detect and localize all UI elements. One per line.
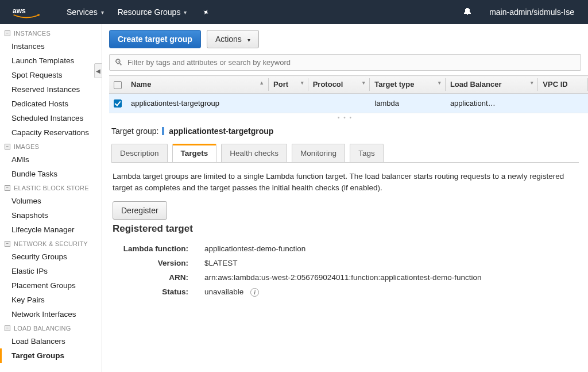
label-arn: ARN: (113, 273, 204, 282)
sidebar-collapse-handle[interactable]: ◀ (94, 63, 102, 78)
detail-title-value: applicationtest-targetgroup (169, 126, 273, 136)
sidebar: ◀ −INSTANCESInstancesLaunch TemplatesSpo… (0, 24, 102, 372)
cell-lb: applicationt… (446, 93, 538, 113)
nav-pin[interactable]: ✦ (194, 0, 216, 24)
value-lambda: applicationtest-demo-function (204, 244, 578, 253)
sidebar-item-elastic-ips[interactable]: Elastic IPs (0, 264, 102, 278)
filter-input[interactable] (127, 58, 576, 67)
search-icon: 🔍︎ (114, 57, 123, 67)
sidebar-item-bundle-tasks[interactable]: Bundle Tasks (0, 167, 102, 181)
sidebar-item-capacity-reservations[interactable]: Capacity Reservations (0, 125, 102, 140)
actions-button[interactable]: Actions ▾ (207, 30, 259, 48)
nav-group-header[interactable]: −LOAD BALANCING (0, 321, 102, 334)
sidebar-item-load-balancers[interactable]: Load Balancers (0, 334, 102, 348)
nav-resource-groups-label: Resource Groups (118, 7, 181, 17)
nav-group-header[interactable]: −ELASTIC BLOCK STORE (0, 181, 102, 194)
nav-services-label: Services (67, 7, 98, 17)
sidebar-item-spot-requests[interactable]: Spot Requests (0, 68, 102, 82)
chevron-down-icon: ▾ (184, 9, 187, 16)
row-checkbox[interactable] (114, 99, 122, 108)
detail-header: Target group: applicationtest-targetgrou… (102, 122, 588, 140)
col-checkbox[interactable] (109, 76, 126, 94)
info-text: Lambda target groups are limited to a si… (113, 171, 578, 193)
sidebar-item-network-interfaces[interactable]: Network Interfaces (0, 307, 102, 321)
nav-group-label: NETWORK & SECURITY (14, 240, 88, 247)
tab-monitoring[interactable]: Monitoring (292, 144, 345, 162)
field-status: Status: unavailable i (113, 285, 578, 300)
col-load-balancer[interactable]: Load Balancer▾ (446, 76, 538, 94)
pin-icon: ✦ (201, 6, 212, 18)
collapse-icon: − (5, 30, 10, 36)
value-version: $LATEST (204, 259, 578, 267)
sort-icon: ▾ (362, 80, 365, 86)
value-status: unavailable i (204, 287, 578, 297)
sidebar-item-key-pairs[interactable]: Key Pairs (0, 293, 102, 307)
sidebar-item-reserved-instances[interactable]: Reserved Instances (0, 82, 102, 97)
collapse-icon: − (5, 325, 10, 331)
tab-targets[interactable]: Targets (172, 144, 217, 162)
bell-icon[interactable]: 🔔︎ (463, 7, 472, 17)
filter-bar[interactable]: 🔍︎ (109, 54, 581, 71)
sidebar-item-security-groups[interactable]: Security Groups (0, 250, 102, 264)
collapse-icon: − (5, 144, 10, 149)
sidebar-item-lifecycle-manager[interactable]: Lifecycle Manager (0, 223, 102, 237)
sidebar-item-instances[interactable]: Instances (0, 39, 102, 53)
tab-health-checks[interactable]: Health checks (221, 144, 287, 162)
top-nav: aws Services ▾ Resource Groups ▾ ✦ 🔔︎ ma… (0, 0, 588, 24)
nav-group-header[interactable]: −NETWORK & SECURITY (0, 237, 102, 250)
sidebar-item-dedicated-hosts[interactable]: Dedicated Hosts (0, 97, 102, 111)
col-name[interactable]: Name▲ (126, 76, 269, 94)
nav-account-label: main-admin/sidmuls-Ise (489, 7, 574, 17)
detail-tabs: DescriptionTargetsHealth checksMonitorin… (102, 144, 588, 162)
sort-icon: ▾ (301, 80, 304, 86)
cell-protocol (308, 93, 370, 113)
nav-resource-groups[interactable]: Resource Groups ▾ (111, 0, 194, 24)
nav-group-label: ELASTIC BLOCK STORE (14, 185, 89, 191)
sidebar-item-placement-groups[interactable]: Placement Groups (0, 278, 102, 293)
sidebar-item-snapshots[interactable]: Snapshots (0, 208, 102, 223)
col-port[interactable]: Port▾ (269, 76, 308, 94)
table-row[interactable]: applicationtest-targetgroup lambda appli… (109, 93, 588, 113)
field-arn: ARN: arn:aws:lambda:us-west-2:0567690240… (113, 270, 578, 285)
toolbar: Create target group Actions ▾ (102, 24, 588, 54)
nav-group-header[interactable]: −INSTANCES (0, 26, 102, 39)
selection-marker-icon (162, 127, 164, 135)
info-icon[interactable]: i (250, 288, 259, 297)
svg-text:aws: aws (13, 7, 26, 15)
deregister-button[interactable]: Deregister (113, 201, 167, 220)
nav-group-label: LOAD BALANCING (14, 325, 71, 332)
collapse-icon: − (5, 241, 10, 247)
sidebar-item-target-groups[interactable]: Target Groups (0, 348, 102, 363)
cell-target-type: lambda (370, 93, 446, 113)
col-vpc-id[interactable]: VPC ID (538, 76, 588, 94)
nav-group-label: IMAGES (14, 143, 39, 150)
nav-account[interactable]: main-admin/sidmuls-Ise (482, 0, 581, 24)
col-target-type[interactable]: Target type▾ (370, 76, 446, 94)
actions-label: Actions (215, 34, 242, 44)
registered-target-heading: Registered target (113, 223, 578, 235)
split-grip[interactable]: • • • (102, 113, 588, 122)
chevron-down-icon: ▾ (101, 9, 104, 16)
nav-services[interactable]: Services ▾ (60, 0, 111, 24)
cell-port (269, 93, 308, 113)
create-target-group-button[interactable]: Create target group (109, 30, 201, 48)
nav-group-header[interactable]: −IMAGES (0, 140, 102, 152)
chevron-down-icon: ▾ (247, 37, 250, 43)
detail-title-prefix: Target group: (111, 126, 159, 136)
sort-asc-icon: ▲ (259, 80, 264, 86)
sidebar-item-amis[interactable]: AMIs (0, 152, 102, 167)
field-version: Version: $LATEST (113, 256, 578, 270)
tab-tags[interactable]: Tags (350, 144, 384, 162)
tab-description[interactable]: Description (111, 144, 168, 162)
sort-icon: ▾ (438, 80, 441, 86)
field-lambda-function: Lambda function: applicationtest-demo-fu… (113, 241, 578, 256)
sidebar-item-launch-templates[interactable]: Launch Templates (0, 53, 102, 68)
col-protocol[interactable]: Protocol▾ (308, 76, 370, 94)
sidebar-item-scheduled-instances[interactable]: Scheduled Instances (0, 111, 102, 125)
sidebar-item-volumes[interactable]: Volumes (0, 194, 102, 208)
tab-body-targets: Lambda target groups are limited to a si… (102, 163, 588, 308)
aws-logo[interactable]: aws (7, 6, 46, 18)
select-all-checkbox[interactable] (114, 81, 122, 89)
nav-group-label: INSTANCES (14, 30, 51, 37)
content-area: Create target group Actions ▾ 🔍︎ Name▲ P… (102, 24, 588, 372)
